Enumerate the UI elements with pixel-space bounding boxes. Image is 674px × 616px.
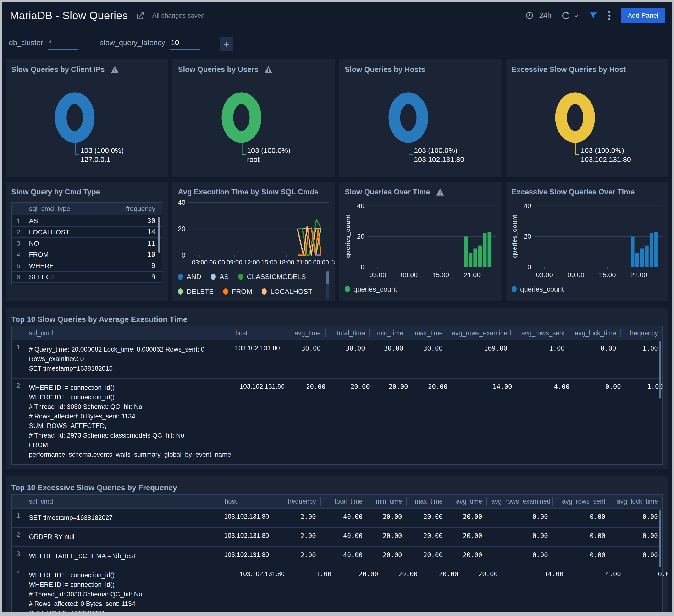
col-avg_time[interactable]: avg_time [447,497,486,506]
top-excessive-queries-table: sql_cmdhostfrequencytotal_timemin_timema… [11,494,663,612]
legend-item-and[interactable]: AND [178,270,201,283]
svg-text:0: 0 [527,263,531,271]
col-total_time[interactable]: total_time [325,329,369,338]
cmd-table-row: 3NO11 [12,237,162,249]
legend-item-from[interactable]: FROM [223,285,252,298]
donut-chart[interactable]: 103 (100.0%)103.102.131.80 [512,75,663,172]
legend-dot [223,288,228,294]
value-cell: 0.00 [610,512,662,521]
col-frequency[interactable]: frequency [275,497,320,506]
value-cell: 0.00 [610,531,662,540]
time-range-button[interactable]: -24h [525,11,552,20]
col-sql_cmd[interactable]: sql_cmd [25,498,220,505]
col-frequency[interactable]: frequency [621,329,662,338]
value-cell: 0.00 [486,531,552,540]
slow-over-time-panel: Slow Queries Over Time queries_count0204… [339,181,502,301]
col-max_time[interactable]: max_time [408,329,447,338]
donut-chart[interactable]: 103 (100.0%)127.0.0.1 [11,75,162,172]
legend-item-name[interactable]: NAME [178,300,207,300]
legend-item-delete[interactable]: DELETE [178,285,214,298]
col-sql-cmd-type[interactable]: sql_cmd_type [27,205,124,213]
table-row: 2WHERE ID != connection_id()WHERE ID != … [12,378,662,464]
value-cell: 0.00 [625,569,669,579]
value-cell: 4.00 [568,569,625,579]
col-host[interactable]: host [231,329,286,338]
value-cell: 20.00 [447,550,486,560]
legend-item-classicmodels[interactable]: CLASSICMODELS [238,270,306,283]
cmd-type-table: sql_cmd_typefrequency1AS302LOCALHOST143N… [11,202,162,285]
add-filter-button[interactable]: + [220,37,233,51]
add-panel-button[interactable]: Add Panel [621,8,665,23]
svg-text:40: 40 [178,199,185,206]
legend-dot [262,288,267,294]
legend-item-localhost[interactable]: LOCALHOST [262,285,312,298]
cmd-table-row: 5WHERE9 [12,260,162,271]
value-cell: 30.00 [408,344,447,353]
table-scrollbar[interactable] [659,510,661,567]
bar [487,232,491,267]
host-cell: 103.102.131.80 [220,512,275,521]
save-status: All changes saved [152,12,205,19]
cmd-table-row: 7SET9 [12,282,162,285]
svg-text:20: 20 [524,232,531,240]
col-avg_rows_sent[interactable]: avg_rows_sent [512,329,569,338]
excessive-over-time-bar-chart[interactable]: queries_count0204003:0009:0015:0021:00 [512,198,663,282]
value-cell: 0.00 [486,512,552,521]
panel-title: Slow Query by Cmd Type [11,188,100,196]
col-frequency[interactable]: frequency [124,205,162,213]
legend-item-overflow[interactable] [245,300,250,300]
col-host[interactable]: host [220,497,275,506]
slow-query-latency-input[interactable]: 10 [170,38,201,50]
col-avg_lock_time[interactable]: avg_lock_time [610,497,662,506]
legend-item-overflow[interactable] [259,300,264,300]
legend-item-as[interactable]: AS [211,270,229,283]
db-cluster-input[interactable]: * [48,38,79,50]
filter-icon[interactable] [589,11,598,20]
refresh-button[interactable] [561,11,579,20]
col-avg_time[interactable]: avg_time [286,329,325,338]
kebab-menu-icon[interactable] [607,10,611,21]
section-title: Top 10 Excessive Slow Queries by Frequen… [11,481,663,494]
col-sql_cmd[interactable]: sql_cmd [25,330,231,337]
legend-item-queries-count[interactable]: queries_count [512,283,564,295]
donut-chart[interactable]: 103 (100.0%)root [178,75,329,172]
bar [478,246,482,267]
donut-chart[interactable]: 103 (100.0%)103.102.131.80 [345,75,496,172]
window-frame: MariaDB - Slow Queries All changes saved… [0,0,674,616]
avg-exec-line-chart[interactable]: 0204003:0006:0009:0012:0015:0018:0021:00… [178,198,329,269]
sql-cmd-cell: WHERE TABLE_SCHEMA = 'db_test' [25,550,220,562]
col-avg_rows_sent[interactable]: avg_rows_sent [552,497,610,506]
donut-category-label: 127.0.0.1 [80,155,111,163]
col-min_time[interactable]: min_time [369,329,408,338]
legend-item-no[interactable]: NO [216,300,235,300]
panel-title: Slow Queries by Hosts [345,65,425,74]
col-avg_lock_time[interactable]: avg_lock_time [569,329,621,338]
value-cell: 0.00 [569,344,621,353]
legend-dot [238,273,243,280]
donut-panel-2: Slow Queries by Hosts103 (100.0%)103.102… [339,59,502,177]
value-cell: 169.00 [447,344,512,353]
share-icon[interactable] [135,10,145,21]
table-scrollbar[interactable] [659,341,661,399]
host-cell: 103.102.131.80 [235,569,290,579]
svg-text:40: 40 [357,202,364,210]
svg-text:03:00: 03:00 [536,271,553,278]
value-cell: 20.00 [406,531,447,540]
cmd-table-scrollbar[interactable] [158,217,160,253]
value-cell: 20.00 [367,531,406,540]
col-max_time[interactable]: max_time [406,497,447,506]
donut-value-label: 103 (100.0%) [414,146,457,154]
legend-item-queries-count[interactable]: queries_count [345,283,397,295]
svg-text:21:00: 21:00 [463,271,480,278]
col-min_time[interactable]: min_time [367,497,406,506]
filter-db-cluster: db_cluster * [9,38,79,50]
col-avg_rows_examined[interactable]: avg_rows_examined [447,329,512,338]
value-cell: 30.00 [325,344,369,353]
svg-text:03:00: 03:00 [192,259,208,266]
slow-over-time-bar-chart[interactable]: queries_count0204003:0009:0015:0021:00 [345,198,496,282]
legend-scrollbar[interactable] [327,271,329,284]
value-cell: 20.00 [382,569,422,579]
bar [464,236,468,267]
col-total_time[interactable]: total_time [320,497,367,506]
col-avg_rows_examined[interactable]: avg_rows_examined [486,497,552,506]
